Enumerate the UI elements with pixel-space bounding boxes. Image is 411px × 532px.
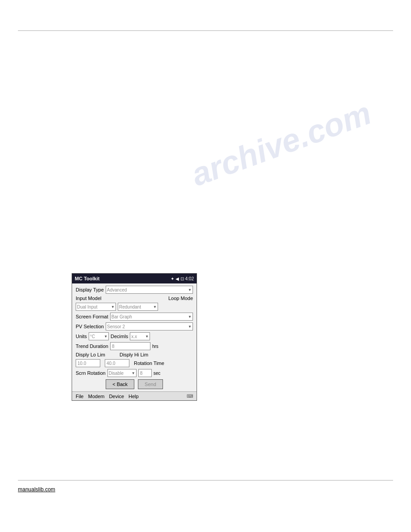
send-button[interactable]: Send <box>138 379 163 389</box>
screen-format-row: Screen Format Bar Graph ▼ <box>76 313 193 321</box>
scrn-rotation-row: Scrn Rotation Disable ▼ sec <box>76 369 193 377</box>
bottom-link[interactable]: manualslib.com <box>18 486 55 493</box>
keyboard-icon[interactable]: ⌨ <box>187 394 193 399</box>
units-label: Units <box>76 334 87 339</box>
content-area: Display Type Advanced ▼ Input Model Loop… <box>72 283 197 391</box>
rotation-sec-unit: sec <box>154 371 161 376</box>
loop-mode-label: Loop Mode <box>168 296 193 301</box>
lim-inputs-row: Rotation Time <box>76 359 193 367</box>
trend-duration-label: Trend Duration <box>76 343 108 349</box>
units-select[interactable]: °C ▼ <box>89 332 109 340</box>
decimls-value: x.x <box>131 334 137 339</box>
input-model-arrow: ▼ <box>111 305 115 309</box>
screen-format-select[interactable]: Bar Graph ▼ <box>110 313 193 321</box>
pv-selection-label: PV Selection <box>76 324 104 329</box>
status-icons: ✦ ◀ ⊡ 4:02 <box>171 276 194 281</box>
buttons-row: < Back Send <box>76 379 193 389</box>
scrn-rotation-value: Disable <box>109 371 124 376</box>
lo-lim-label: Disply Lo Lim <box>76 352 116 357</box>
top-divider <box>18 30 393 31</box>
back-button[interactable]: < Back <box>106 379 134 389</box>
units-arrow: ▼ <box>104 335 107 339</box>
input-model-label: Input Model <box>76 296 101 301</box>
trend-duration-row: Trend Duration hrs <box>76 342 193 350</box>
input-model-select[interactable]: Dual Input ▼ <box>76 303 116 311</box>
input-model-col: Input Model <box>76 296 101 301</box>
input-model-selects-row: Dual Input ▼ Redundant ▼ <box>76 303 193 311</box>
pv-selection-arrow: ▼ <box>188 325 192 329</box>
app-title: MC Toolkit <box>75 276 99 281</box>
loop-mode-select[interactable]: Redundant ▼ <box>118 303 158 311</box>
pv-selection-select[interactable]: Sensor 2 ▼ <box>106 322 193 330</box>
decimls-label: Decimls <box>111 334 128 339</box>
display-type-label: Display Type <box>76 287 104 292</box>
units-decimls-row: Units °C ▼ Decimls x.x ▼ <box>76 332 193 340</box>
trend-duration-input[interactable] <box>110 342 150 350</box>
rotation-time-input[interactable] <box>138 369 152 377</box>
decimls-select[interactable]: x.x ▼ <box>130 332 150 340</box>
bottom-divider <box>18 480 393 481</box>
pv-selection-value: Sensor 2 <box>107 324 125 329</box>
hi-lim-input[interactable] <box>105 359 129 367</box>
screen-format-value: Bar Graph <box>111 314 132 319</box>
menu-items: File Modem Device Help <box>76 394 139 399</box>
input-model-value: Dual Input <box>77 305 98 309</box>
scrn-rotation-arrow: ▼ <box>132 371 135 375</box>
pv-selection-row: PV Selection Sensor 2 ▼ <box>76 322 193 330</box>
menu-bar: File Modem Device Help ⌨ <box>72 391 197 400</box>
scrn-rotation-select[interactable]: Disable ▼ <box>107 369 137 377</box>
menu-file[interactable]: File <box>76 394 84 399</box>
menu-help[interactable]: Help <box>128 394 139 399</box>
lim-labels-row: Disply Lo Lim Disply Hi Lim <box>76 352 193 357</box>
hi-lim-label: Disply Hi Lim <box>120 352 148 357</box>
title-bar: MC Toolkit ✦ ◀ ⊡ 4:02 <box>72 274 197 283</box>
loop-mode-value: Redundant <box>119 305 141 309</box>
screen-format-label: Screen Format <box>76 314 108 319</box>
screen-format-arrow: ▼ <box>188 315 192 319</box>
rotation-time-label: Rotation Time <box>134 360 164 366</box>
menu-modem[interactable]: Modem <box>88 394 105 399</box>
display-type-value: Advanced <box>107 287 127 292</box>
display-type-select[interactable]: Advanced ▼ <box>106 286 193 294</box>
device-window: MC Toolkit ✦ ◀ ⊡ 4:02 Display Type Advan… <box>72 273 197 401</box>
decimls-arrow: ▼ <box>145 335 149 339</box>
loop-mode-col: Loop Mode <box>168 296 193 301</box>
input-model-loop-row: Input Model Loop Mode <box>76 296 193 301</box>
watermark: archive.com <box>186 94 376 193</box>
lo-lim-input[interactable] <box>76 359 100 367</box>
display-type-arrow: ▼ <box>188 288 192 292</box>
loop-mode-arrow: ▼ <box>153 305 157 309</box>
display-type-row: Display Type Advanced ▼ <box>76 286 193 294</box>
scrn-rotation-label: Scrn Rotation <box>76 370 106 376</box>
trend-duration-unit: hrs <box>152 344 158 349</box>
units-value: °C <box>90 334 95 339</box>
menu-device[interactable]: Device <box>109 394 124 399</box>
